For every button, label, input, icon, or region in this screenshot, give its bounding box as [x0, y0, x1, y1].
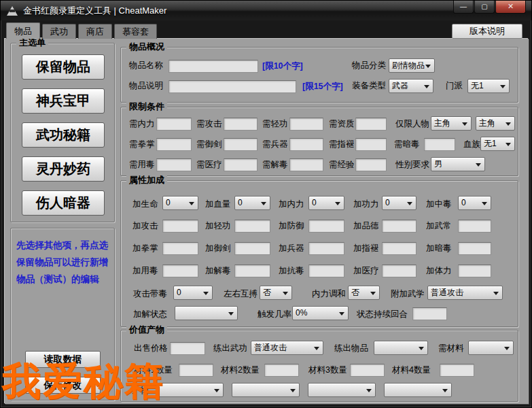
minimize-icon[interactable]: — — [453, 1, 474, 14]
item-category-label: 物品分类 — [352, 58, 386, 72]
inner-harmony-dropdown[interactable]: 否 — [348, 286, 380, 300]
material2-count-input[interactable] — [264, 364, 299, 377]
material3-count-input[interactable] — [350, 364, 385, 377]
learn-item-dropdown[interactable] — [374, 341, 428, 355]
product-label: 产物 — [132, 384, 149, 397]
save-changes-button[interactable]: 保存修改 — [25, 377, 101, 394]
only-person-dropdown-2[interactable]: 主角 — [476, 116, 515, 131]
add-yongdu-input[interactable] — [162, 265, 198, 277]
add-gongli-label: 加功力 — [353, 197, 379, 211]
add-gongji-input[interactable] — [162, 220, 198, 233]
add-qinggong-label: 加轻功 — [205, 219, 231, 233]
material4-count-label: 材料4数量 — [392, 363, 431, 377]
product-dropdown-2[interactable] — [232, 383, 300, 397]
blood-clan-value: 无1 — [484, 139, 497, 148]
add-andu-input[interactable] — [458, 242, 491, 255]
add-zhongdu-dropdown[interactable]: 0 — [458, 196, 491, 210]
add-kangdu-input[interactable] — [308, 265, 344, 277]
material1-count-input[interactable] — [179, 364, 213, 377]
tab-shop[interactable]: 商店 — [78, 24, 112, 39]
add-neili-label: 加内力 — [279, 197, 304, 211]
req-qinggong-label: 需轻功 — [262, 117, 288, 131]
product-dropdown-4[interactable] — [384, 383, 452, 397]
version-info-button[interactable]: 版本说明 — [452, 24, 522, 39]
add-xueliang-dropdown[interactable]: 0 — [234, 196, 270, 210]
add-neili-value: 0 — [312, 198, 317, 207]
add-quanzhang-input[interactable] — [162, 242, 198, 255]
req-qinggong-input[interactable] — [289, 118, 323, 131]
only-person-dropdown-1[interactable]: 主角 — [431, 116, 472, 131]
tab-items[interactable]: 物品 — [6, 22, 40, 39]
product-dropdown-1[interactable] — [156, 383, 224, 397]
maximize-icon[interactable]: ▢ — [474, 1, 495, 14]
close-icon[interactable]: ✕ — [495, 1, 526, 14]
req-yiliao-input[interactable] — [224, 158, 258, 171]
only-person-label: 仅限人物 — [395, 117, 429, 131]
extra-skill-dropdown[interactable]: 普通攻击 — [427, 286, 503, 300]
need-material-dropdown[interactable] — [468, 341, 514, 355]
add-shengming-dropdown[interactable]: 0 — [162, 196, 198, 210]
item-desc-input[interactable] — [169, 80, 296, 93]
material4-count-input[interactable] — [440, 364, 474, 377]
tab-murong-set[interactable]: 慕容套 — [114, 24, 157, 39]
add-gongji-label: 加攻击 — [132, 219, 158, 233]
add-wuchang-input[interactable] — [458, 220, 491, 233]
req-zhitui-input[interactable] — [355, 138, 387, 151]
add-bingqi-label: 加兵器 — [279, 241, 304, 255]
add-pinde-input[interactable] — [382, 220, 416, 233]
group-sidebar-note: 先选择其他项，再点选 保留物品可以进行新增 物品（测试）的编辑 读取数据 保存修… — [10, 228, 115, 401]
add-jiedu-input[interactable] — [234, 265, 270, 277]
req-andu-input[interactable] — [424, 138, 455, 151]
menu-button-elixirs[interactable]: 灵丹妙药 — [22, 156, 105, 182]
dual-wield-dropdown[interactable]: 否 — [260, 286, 292, 300]
blood-clan-dropdown[interactable]: 无1 — [480, 137, 515, 151]
add-gongli-dropdown[interactable]: 0 — [382, 196, 416, 210]
read-data-button[interactable]: 读取数据 — [25, 351, 101, 368]
add-zhitui-input[interactable] — [382, 242, 416, 255]
gender-req-label: 性别要求 — [395, 158, 429, 171]
poison-attack-dropdown[interactable]: 0 — [173, 286, 213, 300]
status-rounds-input[interactable] — [412, 307, 447, 320]
req-zizhi-input[interactable] — [355, 118, 387, 131]
tab-wugong[interactable]: 武功 — [42, 24, 76, 39]
learn-skill-dropdown[interactable]: 普通攻击 — [251, 341, 323, 355]
status-effect-dropdown[interactable] — [175, 306, 238, 320]
add-neili-dropdown[interactable]: 0 — [308, 196, 344, 210]
blood-clan-label: 血族 — [463, 137, 480, 151]
add-fangyu-input[interactable] — [308, 220, 344, 233]
add-qinggong-input[interactable] — [234, 220, 270, 233]
add-tili-input[interactable] — [458, 265, 491, 277]
add-kangdu-label: 加抗毒 — [279, 264, 304, 277]
add-bingqi-input[interactable] — [308, 242, 344, 255]
req-zizhi-label: 需资质 — [329, 117, 355, 131]
product-dropdown-3[interactable] — [308, 383, 376, 397]
menu-button-weapons-armor[interactable]: 神兵宝甲 — [22, 88, 105, 114]
req-yujian-input[interactable] — [224, 138, 258, 151]
req-neili-input[interactable] — [156, 118, 192, 131]
group-title-limit-conditions: 限制条件 — [126, 101, 167, 112]
req-bingqi-input[interactable] — [289, 138, 323, 151]
req-quanzhang-input[interactable] — [156, 138, 192, 151]
trigger-rate-dropdown[interactable]: 0% — [292, 306, 349, 320]
add-tili-label: 加体力 — [426, 264, 452, 277]
item-category-dropdown[interactable]: 剧情物品 — [389, 58, 435, 73]
req-jingyan-input[interactable] — [355, 158, 387, 171]
group-value-products: 价值产物 出售价格 练出武功 普通攻击 练出物品 需材料 材料1数量 材料2数量… — [120, 330, 518, 402]
gender-req-dropdown[interactable]: 男 — [431, 157, 485, 171]
req-jingyan-label: 需经验 — [329, 158, 355, 171]
need-material-label: 需材料 — [438, 341, 464, 355]
school-dropdown[interactable]: 无1 — [467, 79, 510, 93]
menu-button-keep-items[interactable]: 保留物品 — [22, 54, 105, 80]
req-yongdu-input[interactable] — [156, 158, 192, 171]
sell-price-input[interactable] — [170, 342, 205, 355]
add-wuchang-label: 加武常 — [426, 219, 452, 233]
add-yiliao-input[interactable] — [382, 265, 416, 277]
add-yujian-input[interactable] — [234, 242, 270, 255]
req-jiedu-input[interactable] — [289, 158, 323, 171]
menu-button-wugong-books[interactable]: 武功秘籍 — [22, 122, 105, 148]
equip-type-dropdown[interactable]: 武器 — [389, 79, 433, 93]
item-name-input[interactable] — [169, 60, 258, 73]
req-gongji-input[interactable] — [224, 118, 258, 131]
menu-button-hidden-weapons[interactable]: 伤人暗器 — [22, 190, 105, 216]
item-category-value: 剧情物品 — [392, 61, 425, 70]
